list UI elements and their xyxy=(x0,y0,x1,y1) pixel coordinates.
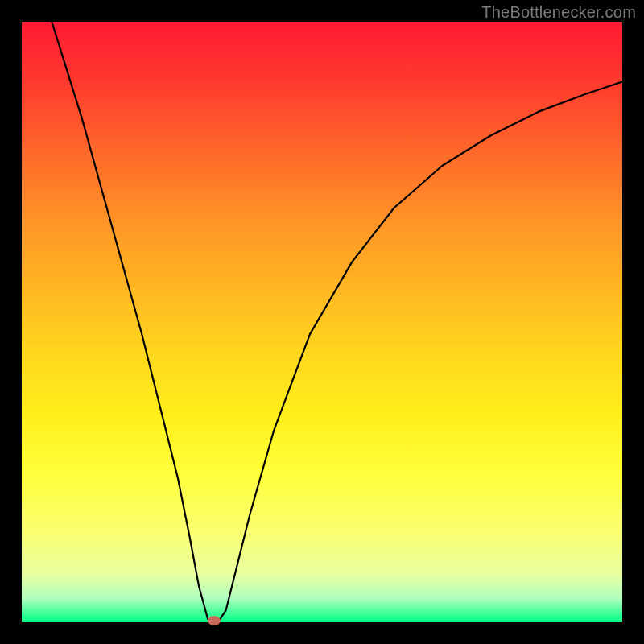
plot-area xyxy=(22,22,622,622)
optimal-point-marker xyxy=(208,616,221,625)
bottleneck-curve xyxy=(52,22,622,621)
watermark-text: TheBottlenecker.com xyxy=(481,3,636,22)
chart-frame: TheBottlenecker.com xyxy=(0,0,644,644)
curve-svg xyxy=(22,22,622,622)
